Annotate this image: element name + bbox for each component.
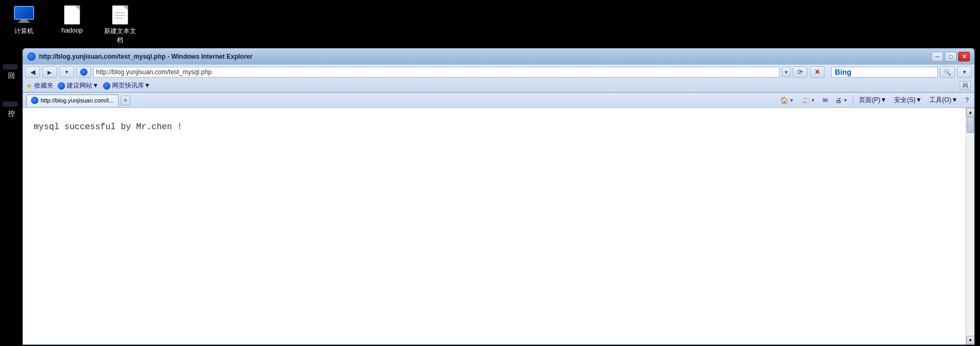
recommend-icon: [58, 82, 65, 90]
back-button[interactable]: ◀: [25, 66, 40, 78]
address-dropdown-arrow[interactable]: ▼: [782, 67, 791, 77]
recommend-label: 建议网站▼: [67, 81, 99, 90]
refresh-arrow: ⟳: [797, 68, 803, 76]
second-toolbar-right: 🏠 ▼ 📰 ▼ ✉ 🖨 ▼ 页面(P)▼: [778, 95, 971, 106]
scrollbar-thumb[interactable]: [967, 117, 974, 133]
bing-search-container: Bing: [831, 67, 938, 77]
browser-tab-active[interactable]: http://blog.yunjisuan.com/t...: [26, 95, 118, 106]
left-taskbar-items: 回 控: [0, 64, 18, 107]
desktop-icon-hadoop[interactable]: hadoop: [53, 5, 91, 45]
favorites-button[interactable]: ★ 收藏夹: [26, 81, 53, 90]
mail-icon-btn[interactable]: ✉: [820, 96, 830, 105]
add-label: 网: [960, 81, 971, 90]
bing-logo: Bing: [835, 68, 851, 76]
close-button[interactable]: ✕: [958, 52, 970, 61]
refresh-icon[interactable]: ⟳: [793, 66, 808, 78]
tools-menu-btn[interactable]: 工具(O)▼: [927, 95, 960, 106]
browser-window: http://blog.yunjisuan.com/test_mysql.php…: [22, 48, 975, 345]
address-bar-row: ◀ ▶ ▼ ▼ ⟳ ✕ Bing 🔍 ▼: [23, 65, 974, 80]
toolbar-divider: [853, 95, 853, 106]
page-menu-btn[interactable]: 页面(P)▼: [857, 95, 889, 106]
tab-favicon: [31, 97, 38, 104]
maximize-button[interactable]: □: [945, 52, 957, 61]
print-icon-btn[interactable]: 🖨 ▼: [833, 96, 850, 105]
safety-menu-btn[interactable]: 安全(S)▼: [892, 95, 924, 106]
page-label: 页面(P)▼: [859, 96, 887, 105]
new-tab-button[interactable]: +: [121, 96, 130, 105]
minimize-button[interactable]: ─: [931, 52, 943, 61]
hadoop-icon-label: hadoop: [61, 27, 83, 34]
quicklaunch-label: 网页快讯库▼: [112, 81, 151, 90]
scroll-up-btn[interactable]: ▲: [966, 108, 974, 116]
page-content: mysql successful by Mr.chen ! ▲ ▼: [23, 108, 974, 344]
second-toolbar: http://blog.yunjisuan.com/t... + 🏠 ▼ 📰 ▼…: [23, 93, 974, 108]
search-dropdown[interactable]: ▼: [957, 66, 972, 78]
left-item-control: 控: [3, 101, 18, 107]
star-icon: ★: [26, 82, 33, 90]
favorites-label: 收藏夹: [34, 81, 53, 90]
ie-icon-nav: [76, 66, 91, 78]
desktop-icon-computer[interactable]: 计算机: [5, 5, 43, 45]
toolbar-area: ◀ ▶ ▼ ▼ ⟳ ✕ Bing 🔍 ▼: [23, 65, 974, 93]
home-icon-btn[interactable]: 🏠 ▼: [778, 96, 796, 105]
quicklaunch-icon: [103, 82, 110, 90]
print-icon: 🖨: [835, 97, 842, 104]
stop-button[interactable]: ✕: [810, 66, 825, 78]
title-bar-buttons: ─ □ ✕: [931, 52, 970, 61]
desktop-icon-new-text[interactable]: 新建文本文档: [101, 5, 139, 45]
help-label: ?: [965, 97, 969, 104]
tab-label: http://blog.yunjisuan.com/t...: [41, 97, 114, 104]
safety-label: 安全(S)▼: [894, 96, 922, 105]
computer-icon: [13, 5, 35, 25]
scrollbar-vertical[interactable]: ▲ ▼: [966, 108, 974, 344]
rss-icon-btn[interactable]: 📰 ▼: [800, 96, 818, 105]
mail-icon: ✉: [823, 97, 828, 104]
second-toolbar-left: http://blog.yunjisuan.com/t... +: [26, 95, 130, 106]
quicklaunch-button[interactable]: 网页快讯库▼: [103, 81, 151, 90]
left-item-back: 回: [3, 64, 18, 69]
scrollbar-track: [966, 116, 974, 336]
home-arrow: ▼: [789, 98, 794, 103]
tools-label: 工具(O)▼: [929, 96, 958, 105]
rss-icon: 📰: [802, 97, 810, 104]
scroll-down-btn[interactable]: ▼: [966, 336, 974, 344]
computer-icon-label: 计算机: [14, 27, 34, 36]
desktop-icons: 计算机 hadoop 新建文本文档: [0, 0, 144, 50]
hadoop-file-icon: [61, 5, 83, 25]
search-button[interactable]: 🔍: [940, 66, 955, 78]
print-arrow: ▼: [843, 98, 848, 103]
title-bar-left: http://blog.yunjisuan.com/test_mysql.php…: [27, 52, 252, 61]
dropdown-btn[interactable]: ▼: [59, 66, 74, 78]
ie-logo-icon: [27, 52, 36, 61]
new-text-file-icon: [109, 5, 131, 25]
title-bar: http://blog.yunjisuan.com/test_mysql.php…: [23, 49, 974, 65]
rss-arrow: ▼: [811, 98, 816, 103]
new-tab-add-icon: 网: [960, 81, 971, 90]
page-main-text: mysql successful by Mr.chen !: [23, 108, 974, 147]
address-input[interactable]: [93, 67, 780, 77]
forward-button[interactable]: ▶: [42, 66, 57, 78]
favorites-bar: ★ 收藏夹 建议网站▼ 网页快讯库▼ 网: [23, 80, 974, 92]
desktop: 计算机 hadoop 新建文本文档 回 控: [0, 0, 980, 346]
recommend-sites-button[interactable]: 建议网站▼: [58, 81, 99, 90]
help-btn[interactable]: ?: [963, 96, 971, 105]
new-text-icon-label: 新建文本文档: [101, 27, 139, 45]
home-icon: 🏠: [780, 97, 788, 104]
browser-title: http://blog.yunjisuan.com/test_mysql.php…: [39, 53, 252, 60]
